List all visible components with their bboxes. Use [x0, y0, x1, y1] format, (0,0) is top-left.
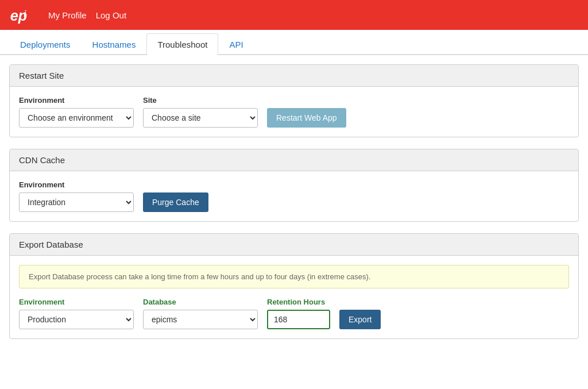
restart-environment-select[interactable]: Choose an environment Integration Stagin… — [19, 108, 134, 128]
restart-site-select[interactable]: Choose a site Site 1 Site 2 — [143, 108, 258, 128]
restart-site-label: Site — [143, 96, 258, 105]
tab-hostnames[interactable]: Hostnames — [82, 33, 147, 55]
cdn-cache-form-row: Environment Integration Staging Producti… — [19, 180, 569, 212]
export-environment-select[interactable]: Integration Staging Production — [19, 310, 134, 329]
restart-site-header: Restart Site — [10, 65, 578, 87]
export-database-title: Export Database — [19, 240, 83, 249]
restart-site-group: Site Choose a site Site 1 Site 2 — [143, 96, 258, 128]
purge-cache-button[interactable]: Purge Cache — [143, 192, 208, 212]
tab-troubleshoot[interactable]: Troubleshoot — [146, 33, 218, 55]
export-database-alert-text: Export Database process can take a long … — [29, 272, 370, 281]
restart-site-section: Restart Site Environment Choose an envir… — [9, 64, 579, 137]
export-environment-group: Environment Integration Staging Producti… — [19, 298, 134, 329]
export-database-label: Database — [143, 298, 258, 306]
log-out-link[interactable]: Log Out — [92, 8, 130, 22]
cdn-cache-title: CDN Cache — [19, 155, 65, 165]
export-database-alert: Export Database process can take a long … — [19, 265, 569, 288]
export-retention-group: Retention Hours — [267, 298, 330, 329]
tab-api[interactable]: API — [218, 33, 254, 55]
restart-site-body: Environment Choose an environment Integr… — [10, 87, 578, 137]
cdn-environment-label: Environment — [19, 180, 134, 189]
export-database-select[interactable]: epicms epicms_staging epicms_integration — [143, 310, 258, 329]
cdn-cache-body: Environment Integration Staging Producti… — [10, 171, 578, 221]
restart-site-form-row: Environment Choose an environment Integr… — [19, 96, 569, 128]
header: ep i My Profile Log Out — [0, 0, 588, 30]
export-database-group: Database epicms epicms_staging epicms_in… — [143, 298, 258, 329]
export-database-body: Export Database process can take a long … — [10, 256, 578, 338]
logo: ep i — [9, 6, 33, 24]
main-content: Restart Site Environment Choose an envir… — [0, 55, 588, 360]
export-database-form-row: Environment Integration Staging Producti… — [19, 298, 569, 329]
tab-deployments[interactable]: Deployments — [9, 33, 82, 55]
cdn-environment-group: Environment Integration Staging Producti… — [19, 180, 134, 212]
cdn-cache-header: CDN Cache — [10, 149, 578, 171]
restart-environment-group: Environment Choose an environment Integr… — [19, 96, 134, 128]
header-nav: My Profile Log Out — [45, 8, 130, 22]
restart-site-title: Restart Site — [19, 71, 64, 80]
restart-environment-label: Environment — [19, 96, 134, 105]
export-environment-label: Environment — [19, 298, 134, 306]
export-retention-label: Retention Hours — [267, 298, 330, 306]
export-database-header: Export Database — [10, 234, 578, 256]
restart-web-app-button[interactable]: Restart Web App — [267, 108, 346, 128]
export-button[interactable]: Export — [339, 310, 381, 329]
cdn-cache-section: CDN Cache Environment Integration Stagin… — [9, 149, 579, 222]
tabs-nav: Deployments Hostnames Troubleshoot API — [0, 32, 588, 55]
export-retention-input[interactable] — [267, 310, 330, 329]
cdn-environment-select[interactable]: Integration Staging Production — [19, 192, 134, 212]
export-database-section: Export Database Export Database process … — [9, 233, 579, 339]
my-profile-link[interactable]: My Profile — [45, 8, 90, 22]
